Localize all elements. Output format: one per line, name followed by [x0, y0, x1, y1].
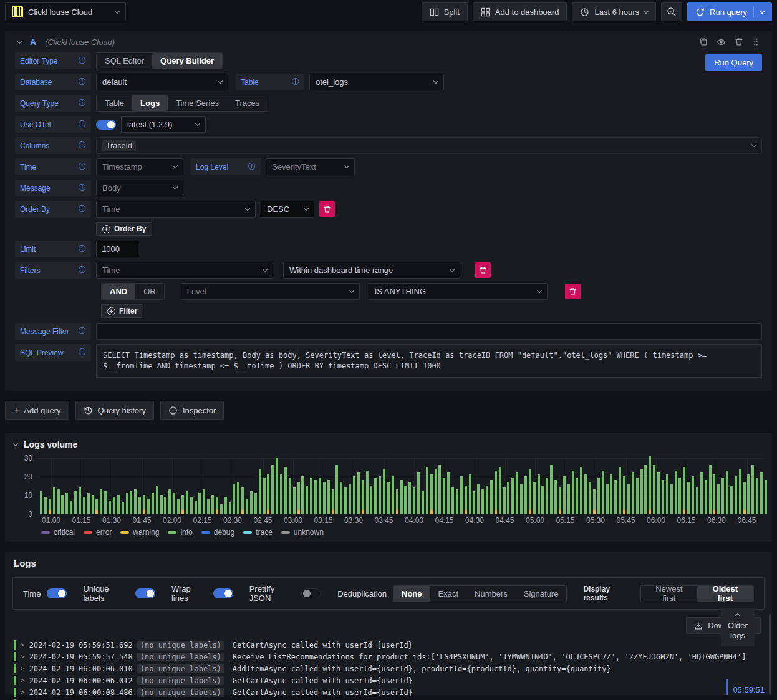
volume-bar[interactable]	[138, 497, 141, 514]
volume-bar[interactable]	[61, 495, 64, 514]
volume-bar[interactable]	[190, 497, 193, 514]
legend-item-debug[interactable]: debug	[201, 528, 234, 537]
volume-bar[interactable]	[670, 484, 673, 514]
volume-bar[interactable]	[649, 456, 651, 514]
legend-item-info[interactable]: info	[168, 528, 192, 537]
volume-bar[interactable]	[662, 480, 664, 514]
volume-bar[interactable]	[735, 476, 737, 514]
volume-bar[interactable]	[349, 484, 351, 514]
volume-bar[interactable]	[113, 497, 115, 514]
volume-bar[interactable]	[760, 472, 763, 514]
volume-bar[interactable]	[683, 467, 685, 514]
volume-bar[interactable]	[623, 476, 625, 514]
editor-type-option-query-builder[interactable]: Query Builder	[152, 53, 222, 69]
volume-bar[interactable]	[610, 474, 612, 514]
volume-bar[interactable]	[57, 489, 60, 514]
query-history-button[interactable]: Query history	[75, 401, 154, 420]
editor-type-option-sql-editor[interactable]: SQL Editor	[97, 53, 152, 69]
conjunction-option-and[interactable]: AND	[102, 284, 135, 299]
logs-volume-header[interactable]: Logs volume	[14, 439, 763, 449]
table-select[interactable]: otel_logs	[309, 74, 444, 90]
volume-bar[interactable]	[306, 486, 308, 514]
zoom-out-button[interactable]	[661, 2, 682, 21]
volume-bar[interactable]	[74, 491, 77, 514]
volume-bar[interactable]	[95, 499, 98, 514]
duplicate-query-icon[interactable]	[699, 37, 708, 47]
volume-bar[interactable]	[632, 472, 634, 514]
volume-bar[interactable]	[160, 495, 163, 514]
time-column-select[interactable]: Timestamp	[96, 158, 183, 175]
volume-bar[interactable]	[220, 504, 223, 514]
database-select[interactable]: default	[96, 74, 228, 90]
volume-bar[interactable]	[246, 499, 248, 514]
run-query-button[interactable]: Run query	[687, 2, 772, 21]
volume-bar[interactable]	[156, 486, 158, 514]
volume-bar[interactable]	[739, 469, 741, 514]
volume-bar[interactable]	[435, 469, 437, 514]
volume-bar[interactable]	[370, 486, 372, 514]
dedup-option-signature[interactable]: Signature	[516, 586, 567, 602]
volume-bar[interactable]	[751, 465, 754, 514]
volume-bar[interactable]	[447, 472, 450, 514]
query-row-header[interactable]: A (ClickHouse Cloud)	[15, 31, 762, 52]
volume-bar[interactable]	[499, 467, 501, 514]
add-filter-button[interactable]: + Filter	[101, 304, 143, 318]
volume-bar[interactable]	[147, 499, 150, 514]
volume-bar[interactable]	[335, 465, 338, 514]
volume-bar[interactable]	[327, 480, 330, 514]
order-by-field-select[interactable]: Time	[96, 201, 256, 218]
expand-log-chevron-icon[interactable]: >	[21, 664, 25, 673]
volume-bar[interactable]	[619, 467, 621, 514]
volume-bar[interactable]	[477, 484, 480, 514]
volume-bar[interactable]	[584, 474, 587, 514]
volume-bar[interactable]	[567, 484, 570, 514]
log-row[interactable]: >2024-02-19 05:59:57.548(no unique label…	[14, 651, 765, 663]
add-order-by-button[interactable]: + Order By	[96, 222, 152, 236]
legend-item-critical[interactable]: critical	[41, 528, 75, 537]
dedup-option-none[interactable]: None	[393, 586, 430, 602]
volume-bar[interactable]	[559, 487, 561, 514]
volume-bar[interactable]	[541, 486, 544, 514]
prettify-json-toggle[interactable]	[301, 588, 321, 598]
chevron-down-icon[interactable]	[760, 8, 765, 13]
collapse-chevron-icon[interactable]	[17, 38, 22, 43]
volume-bar[interactable]	[469, 474, 471, 514]
expand-log-chevron-icon[interactable]: >	[21, 688, 25, 696]
volume-bar[interactable]	[640, 469, 643, 514]
volume-bar[interactable]	[379, 476, 381, 514]
volume-bar[interactable]	[344, 487, 347, 514]
volume-bar[interactable]	[301, 476, 304, 514]
volume-bar[interactable]	[730, 486, 733, 514]
volume-bar[interactable]	[713, 474, 715, 514]
volume-bar[interactable]	[143, 495, 145, 514]
sub-filter-operator-select[interactable]: IS ANYTHING	[369, 283, 548, 300]
volume-bar[interactable]	[422, 491, 424, 514]
log-row[interactable]: >2024-02-19 06:00:06.010(no unique label…	[14, 663, 765, 674]
volume-bar[interactable]	[644, 465, 647, 514]
expand-log-chevron-icon[interactable]: >	[21, 641, 25, 649]
use-otel-toggle[interactable]	[96, 120, 116, 130]
display-option-oldest-first[interactable]: Oldest first	[697, 586, 753, 602]
volume-bar[interactable]	[250, 491, 253, 514]
volume-bar[interactable]	[314, 480, 317, 514]
expand-log-chevron-icon[interactable]: >	[21, 653, 25, 661]
volume-bar[interactable]	[276, 458, 278, 514]
log-level-select[interactable]: SeverityText	[266, 158, 355, 175]
volume-bar[interactable]	[747, 474, 750, 514]
order-by-direction-select[interactable]: DESC	[261, 201, 314, 218]
logs-scrollbar[interactable]	[769, 614, 771, 695]
volume-bar[interactable]	[666, 474, 668, 514]
otel-version-select[interactable]: latest (1.2.9)	[121, 116, 206, 133]
volume-bar[interactable]	[516, 472, 518, 514]
volume-bar[interactable]	[53, 487, 56, 514]
drag-handle-icon[interactable]	[752, 37, 760, 47]
query-type-option-logs[interactable]: Logs	[132, 95, 168, 111]
volume-bar[interactable]	[700, 472, 703, 514]
volume-bar[interactable]	[207, 499, 210, 514]
volume-bar[interactable]	[177, 499, 180, 514]
collapse-chevron-icon[interactable]	[13, 441, 18, 446]
plot-area[interactable]	[37, 458, 763, 514]
volume-bar[interactable]	[130, 491, 132, 514]
volume-bar[interactable]	[417, 472, 420, 514]
legend-item-error[interactable]: error	[84, 528, 112, 537]
